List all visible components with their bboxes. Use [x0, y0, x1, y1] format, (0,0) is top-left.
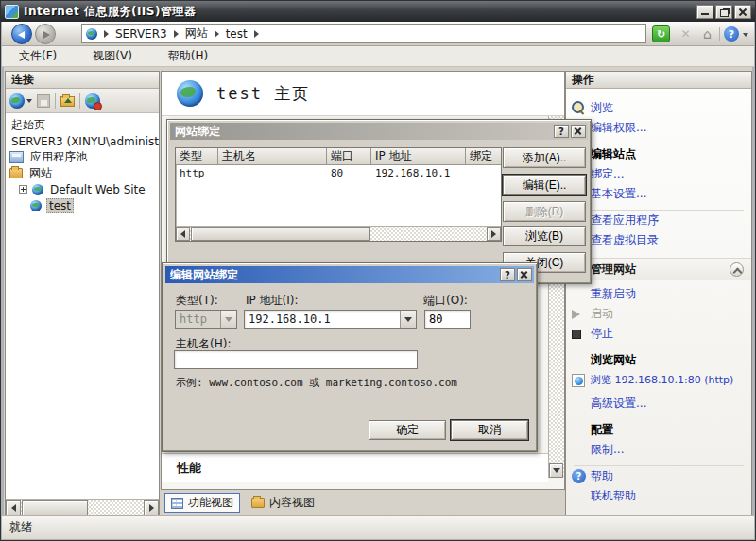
action-header-manage-website[interactable]: 管理网站: [566, 258, 751, 280]
breadcrumb-sites[interactable]: 网站: [185, 25, 208, 42]
scroll-right-button[interactable]: [144, 500, 159, 516]
forward-button[interactable]: [35, 24, 56, 44]
menu-bar: 文件(F) 视图(V) 帮助(H): [2, 46, 754, 67]
bindings-hscrollbar[interactable]: [176, 226, 501, 241]
action-view-virtual-dirs[interactable]: 查看虚拟目录: [566, 230, 751, 250]
breadcrumb[interactable]: SERVER3 网站 test: [81, 24, 646, 43]
port-field[interactable]: [424, 310, 471, 329]
connections-header: 连接: [6, 72, 159, 89]
action-stop[interactable]: 停止: [566, 324, 751, 344]
expand-icon[interactable]: [19, 185, 27, 194]
close-button[interactable]: [734, 5, 751, 19]
bindings-list[interactable]: 类型 主机名 端口 IP 地址 绑定 http 80 192.168.10.1: [175, 147, 502, 242]
action-help[interactable]: ?帮助: [566, 466, 751, 486]
port-input[interactable]: [429, 311, 470, 328]
site-globe-icon: [177, 80, 203, 107]
restore-button[interactable]: [715, 5, 732, 19]
tree-item-app-pools[interactable]: 应用程序池: [6, 150, 159, 164]
title-bar: Internet 信息服务(IIS)管理器: [1, 1, 755, 22]
tab-features-view[interactable]: 功能视图: [164, 493, 240, 513]
action-limits[interactable]: 限制...: [566, 440, 751, 460]
back-button[interactable]: [11, 24, 32, 44]
connections-panel: 连接 起始页 SERVER3 (XINYU\administrat 应用程序池 …: [5, 71, 160, 516]
tree-item-start-page[interactable]: 起始页: [6, 118, 159, 132]
ok-button[interactable]: 确定: [369, 420, 446, 440]
action-browse[interactable]: 浏览: [566, 98, 751, 118]
edit-binding-button[interactable]: 编辑(E)..: [503, 175, 586, 195]
iis-manager-window: Internet 信息服务(IIS)管理器 SERVER3 网站 test ↻ …: [0, 0, 756, 541]
col-port[interactable]: 端口: [327, 148, 371, 165]
scrollbar-thumb[interactable]: [22, 500, 88, 516]
ip-select[interactable]: 192.168.10.1: [244, 310, 417, 329]
cancel-button[interactable]: 取消: [451, 420, 528, 440]
delete-connection-button[interactable]: [85, 93, 100, 109]
binding-row[interactable]: http 80 192.168.10.1: [176, 165, 501, 181]
up-level-button[interactable]: [60, 96, 75, 107]
menu-view[interactable]: 视图(V): [89, 46, 136, 66]
connections-hscrollbar[interactable]: [6, 499, 159, 516]
menu-file[interactable]: 文件(F): [15, 46, 60, 66]
toolbar-divider: [55, 93, 56, 109]
features-view-icon: [171, 498, 183, 509]
scroll-left-button[interactable]: [6, 500, 21, 516]
tree-item-test[interactable]: test: [6, 198, 159, 212]
breadcrumb-server[interactable]: SERVER3: [115, 27, 167, 41]
collapse-icon[interactable]: [730, 262, 744, 277]
col-binding[interactable]: 绑定: [466, 148, 502, 165]
scrollbar-thumb[interactable]: [191, 227, 370, 241]
back-arrow-icon: [18, 31, 25, 39]
breadcrumb-arrow-icon: [215, 30, 219, 38]
chevron-down-icon[interactable]: [400, 311, 416, 328]
refresh-icon[interactable]: ↻: [652, 25, 670, 42]
menu-help[interactable]: 帮助(H): [164, 46, 212, 66]
chevron-down-icon: [220, 311, 236, 328]
breadcrumb-site[interactable]: test: [226, 27, 248, 41]
action-browse-binding[interactable]: 浏览 192.168.10.1:80 (http): [566, 370, 751, 390]
remove-binding-button: 删除(R): [503, 201, 586, 222]
folder-icon: [9, 168, 23, 178]
action-view-applications[interactable]: 查看应用程序: [566, 211, 751, 230]
save-connections-button[interactable]: [37, 94, 50, 108]
type-label: 类型(T):: [176, 293, 218, 309]
tree-item-sites[interactable]: 网站: [6, 166, 159, 180]
browse-icon: [572, 101, 586, 115]
hostname-input[interactable]: [179, 351, 417, 368]
col-type[interactable]: 类型: [176, 148, 218, 165]
help-icon[interactable]: ?: [724, 26, 739, 42]
help-dropdown-icon[interactable]: [743, 33, 748, 37]
action-bindings[interactable]: 绑定...: [566, 164, 751, 184]
connections-tree: 起始页 SERVER3 (XINYU\administrat 应用程序池 网站 …: [6, 114, 159, 499]
toolbar-divider: [719, 27, 720, 41]
browse-binding-button[interactable]: 浏览(B): [503, 226, 586, 246]
create-connection-button[interactable]: [9, 93, 32, 109]
col-host[interactable]: 主机名: [218, 148, 327, 165]
breadcrumb-arrow-icon: [104, 30, 109, 38]
dialog-close-button[interactable]: [517, 268, 532, 281]
hostname-field[interactable]: [174, 350, 418, 369]
edit-binding-dialog-titlebar[interactable]: 编辑网站绑定 ?: [165, 266, 534, 283]
action-online-help[interactable]: 联机帮助: [566, 486, 751, 506]
tab-content-view[interactable]: 内容视图: [246, 493, 320, 513]
tree-item-server[interactable]: SERVER3 (XINYU\administrat: [6, 134, 159, 148]
minimize-button[interactable]: [696, 5, 713, 19]
actions-header: 操作: [566, 72, 751, 89]
action-restart[interactable]: 重新启动: [566, 284, 751, 304]
scroll-right-button[interactable]: [487, 227, 501, 241]
dialog-help-button[interactable]: ?: [500, 268, 515, 281]
group-performance[interactable]: 性能: [162, 453, 548, 482]
action-advanced-settings[interactable]: 高级设置...: [566, 394, 751, 414]
dialog-close-button[interactable]: [571, 125, 586, 138]
toolbar-divider: [79, 93, 80, 109]
home-icon[interactable]: ⌂: [698, 25, 716, 42]
action-edit-permissions[interactable]: 编辑权限...: [566, 118, 751, 138]
site-bindings-dialog-titlebar[interactable]: 网站绑定 ?: [170, 123, 588, 140]
scroll-down-button[interactable]: [549, 463, 563, 478]
action-basic-settings[interactable]: 基本设置...: [566, 184, 751, 204]
add-binding-button[interactable]: 添加(A)..: [503, 147, 586, 168]
dialog-help-button[interactable]: ?: [554, 125, 569, 138]
scroll-left-button[interactable]: [176, 227, 190, 241]
connection-globe-icon: [9, 93, 25, 109]
chevron-down-icon: [26, 99, 32, 103]
col-ip[interactable]: IP 地址: [371, 148, 466, 165]
tree-item-default-web-site[interactable]: Default Web Site: [6, 182, 159, 196]
